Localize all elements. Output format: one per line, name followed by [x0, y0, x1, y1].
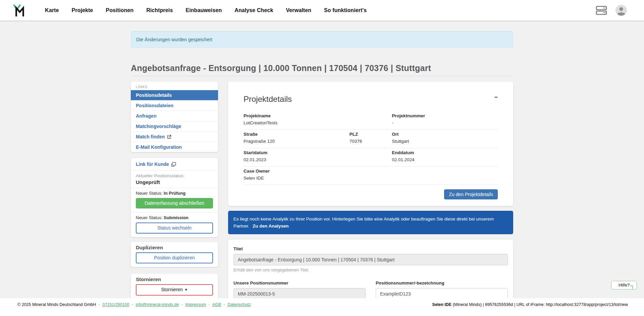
- project-details-row: Startdatum 02.01.2023 Enddatum 02.01.202…: [244, 148, 498, 167]
- footer-link-email[interactable]: info@mineral-minds.de: [136, 302, 179, 307]
- saved-alert-text: Die Änderungen wurden gespeichert: [136, 37, 212, 42]
- complete-data-entry-button[interactable]: Datenerfassung abschließen: [136, 198, 213, 208]
- go-to-project-details-button[interactable]: Zu den Projektdetails: [444, 189, 498, 199]
- titel-label: Titel: [233, 246, 243, 251]
- footer-link-agb[interactable]: AGB: [212, 302, 221, 307]
- page-title: Angebotsanfrage - Entsorgung | 10.000 To…: [131, 63, 513, 73]
- field-strasse: Straße Pragstraße 120: [244, 131, 350, 144]
- project-details-row: Straße Pragstraße 120 PLZ 70376 Ort Stut…: [244, 130, 498, 148]
- main-column: Projektdetails − Projektname LotCreation…: [228, 82, 513, 298]
- cancel-button-label: Stornieren: [161, 287, 183, 292]
- mineral-minds-logo-icon[interactable]: [13, 3, 25, 17]
- our-position-number-input: [233, 288, 366, 298]
- sidebar-item-match-finden[interactable]: Match finden: [131, 131, 218, 142]
- footer-separator: ·: [132, 302, 133, 307]
- footer-link-datenschutz[interactable]: Datenschutz: [227, 302, 251, 307]
- cancel-card-title: Stornieren: [136, 276, 213, 282]
- nav-item-so-funktionierts[interactable]: So funktioniert's: [324, 7, 367, 13]
- field-projektname: Projektname LotCreationTests: [244, 113, 392, 126]
- go-to-analyses-link[interactable]: Zu den Analysen: [253, 224, 289, 229]
- title-divider: [131, 76, 513, 76]
- position-number-input[interactable]: [376, 288, 508, 298]
- nav-item-karte[interactable]: Karte: [45, 7, 59, 13]
- nav-item-analyse-check[interactable]: Analyse Check: [234, 7, 273, 13]
- duplicate-card: Duplizieren Position duplizieren: [131, 242, 218, 267]
- our-position-number-label: Unsere Positionsnummer: [233, 280, 288, 286]
- field-startdatum: Startdatum 02.01.2023: [244, 149, 392, 163]
- main-menu: Karte Projekte Positionen Richtpreis Ein…: [45, 7, 367, 13]
- help-button-label: Hilfe?: [619, 282, 630, 288]
- footer-session-details: (Mineral Minds) | 69576255536d | URL of …: [451, 302, 628, 307]
- field-case-owner: Case Owner Selen IDE: [244, 168, 498, 181]
- copyright-text: © 2025 Mineral Minds Deutschland GmbH: [17, 302, 96, 307]
- current-status-value: Ungeprüft: [136, 179, 213, 185]
- footer-separator: ·: [209, 302, 210, 307]
- links-card: LINKS Positionsdetails Positionsdateien …: [131, 82, 218, 152]
- nav-item-positionen[interactable]: Positionen: [106, 7, 133, 13]
- external-link-icon: [167, 135, 171, 139]
- sidebar-item-label: E-Mail Konfiguration: [136, 144, 182, 150]
- analytics-banner: Es liegt noch keine Analytik zu Ihrer Po…: [228, 211, 513, 234]
- duplicate-position-button[interactable]: Position duplizieren: [136, 252, 213, 263]
- footer-separator: ·: [224, 302, 225, 307]
- footer-separator: ·: [99, 302, 100, 307]
- footer-left: © 2025 Mineral Minds Deutschland GmbH · …: [17, 302, 251, 316]
- project-details-row: Projektname LotCreationTests Projektnumm…: [244, 113, 498, 130]
- footer-link-impressum[interactable]: Impressum: [185, 302, 206, 307]
- sidebar: LINKS Positionsdetails Positionsdateien …: [131, 82, 218, 298]
- sidebar-item-anfragen[interactable]: Anfragen: [131, 111, 218, 121]
- field-ort: Ort Stuttgart: [392, 131, 498, 144]
- sidebar-item-label: Matchingvorschläge: [136, 123, 181, 129]
- caret-down-icon: ▼: [184, 288, 188, 292]
- nav-item-projekte[interactable]: Projekte: [71, 7, 93, 13]
- customer-link-label: Link für Kunde: [136, 162, 169, 167]
- position-form-card: Titel Erhält den von uns vorgegebenen Ti…: [228, 240, 513, 298]
- change-status-button[interactable]: Status wechseln: [136, 223, 213, 234]
- saved-alert: Die Änderungen wurden gespeichert: [131, 31, 513, 48]
- links-card-header: LINKS: [131, 82, 218, 90]
- nav-item-einbauweisen[interactable]: Einbauweisen: [185, 7, 222, 13]
- sidebar-item-label: Anfragen: [136, 113, 156, 119]
- customer-link[interactable]: Link für Kunde: [136, 162, 176, 167]
- top-navbar: Karte Projekte Positionen Richtpreis Ein…: [0, 0, 644, 20]
- footer-link-phone[interactable]: 07151/250100: [102, 302, 129, 307]
- footer-session-info: Selen IDE (Mineral Minds) | 69576255536d…: [432, 302, 628, 316]
- sidebar-item-label: Positionsdetails: [136, 92, 172, 98]
- position-number-label: Positionsnummer/-bezeichnung: [376, 280, 444, 286]
- project-details-card: Projektdetails − Projektname LotCreation…: [228, 82, 513, 206]
- nav-item-richtpreis[interactable]: Richtpreis: [146, 7, 173, 13]
- server-icon[interactable]: [596, 5, 607, 15]
- help-button[interactable]: Hilfe?: [611, 281, 637, 290]
- next-status-2: Neuer Status: Submission: [136, 215, 213, 220]
- sidebar-item-label: Positionsdateien: [136, 103, 173, 109]
- copy-icon: [171, 162, 176, 167]
- sidebar-item-positionsdetails[interactable]: Positionsdetails: [131, 90, 218, 100]
- sidebar-item-matchingvorschlaege[interactable]: Matchingvorschläge: [131, 121, 218, 131]
- footer-user-name: Selen IDE: [432, 302, 452, 307]
- sidebar-item-email-konfiguration[interactable]: E-Mail Konfiguration: [131, 142, 218, 152]
- cancel-dropdown-button[interactable]: Stornieren▼: [136, 284, 213, 296]
- user-avatar-icon[interactable]: [615, 4, 627, 16]
- sidebar-item-positionsdateien[interactable]: Positionsdateien: [131, 100, 218, 111]
- cancel-card: Stornieren Stornieren▼: [131, 274, 218, 298]
- field-projektnummer: Projektnummer -: [392, 113, 498, 126]
- sidebar-item-label: Match finden: [136, 134, 165, 140]
- field-plz: PLZ 70376: [350, 131, 392, 144]
- next-status-1: Neuer Status: In Prüfung: [136, 191, 213, 196]
- duplicate-card-title: Duplizieren: [136, 245, 213, 250]
- project-details-row: Case Owner Selen IDE: [244, 167, 498, 185]
- titel-help-text: Erhält den von uns vorgegebenen Titel.: [233, 267, 508, 272]
- current-status-label: Aktueller Positionsstatus:: [136, 173, 213, 178]
- footer: © 2025 Mineral Minds Deutschland GmbH · …: [0, 298, 644, 316]
- collapse-icon[interactable]: −: [494, 94, 498, 101]
- status-card: Link für Kunde Aktueller Positionsstatus…: [131, 158, 218, 237]
- project-details-title: Projektdetails: [244, 94, 498, 104]
- titel-input: [233, 254, 508, 265]
- footer-separator: ·: [181, 302, 183, 307]
- field-enddatum: Enddatum 02.01.2024: [392, 149, 498, 163]
- content-area: Die Änderungen wurden gespeichert Angebo…: [0, 20, 644, 298]
- nav-item-verwalten[interactable]: Verwalten: [286, 7, 311, 13]
